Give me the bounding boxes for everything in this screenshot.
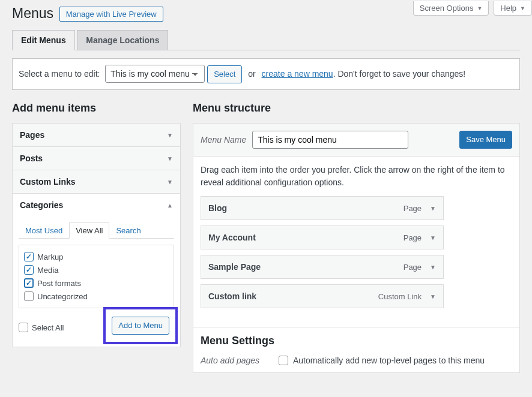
menu-select[interactable]: This is my cool menu — [105, 65, 205, 83]
tab-manage-locations[interactable]: Manage Locations — [77, 30, 168, 50]
add-items-accordion: Pages ▼ Posts ▼ Custom Links ▼ — [12, 123, 181, 347]
caret-down-icon[interactable]: ▼ — [430, 293, 436, 300]
add-to-menu-button[interactable]: Add to Menu — [112, 317, 169, 335]
caret-down-icon[interactable]: ▼ — [430, 205, 436, 212]
menu-item-type: Custom Link — [378, 292, 422, 301]
menu-name-label: Menu Name — [201, 135, 246, 145]
menu-selector-bar: Select a menu to edit: This is my cool m… — [12, 58, 520, 90]
caret-down-icon: ▼ — [520, 5, 525, 11]
accordion-categories[interactable]: Categories ▲ — [13, 194, 180, 216]
tab-edit-menus[interactable]: Edit Menus — [12, 30, 75, 50]
select-all-checkbox[interactable] — [19, 323, 28, 332]
screen-options-button[interactable]: Screen Options ▼ — [413, 1, 489, 16]
tab-most-used[interactable]: Most Used — [19, 222, 69, 239]
help-button[interactable]: Help ▼ — [494, 1, 532, 16]
menu-item-type: Page — [404, 204, 422, 213]
category-item[interactable]: Post formats — [24, 276, 169, 290]
menu-settings-heading: Menu Settings — [201, 335, 512, 347]
accordion-pages[interactable]: Pages ▼ — [13, 124, 180, 146]
or-text: or — [248, 69, 255, 79]
accordion-custom-links[interactable]: Custom Links ▼ — [13, 170, 180, 193]
caret-down-icon[interactable]: ▼ — [430, 264, 436, 270]
menu-item[interactable]: Custom linkCustom Link▼ — [201, 284, 444, 308]
category-checkbox[interactable] — [24, 278, 34, 288]
auto-add-label: Auto add pages — [201, 356, 261, 365]
tab-view-all[interactable]: View All — [69, 222, 109, 239]
category-checkbox[interactable] — [24, 252, 34, 261]
add-items-heading: Add menu items — [12, 102, 181, 115]
auto-add-checkbox[interactable] — [279, 356, 288, 365]
save-menu-button[interactable]: Save Menu — [459, 131, 512, 149]
category-checkbox[interactable] — [24, 265, 34, 275]
menu-item[interactable]: Sample PagePage▼ — [201, 255, 444, 279]
screen-options-label: Screen Options — [420, 4, 474, 13]
caret-down-icon: ▼ — [477, 5, 482, 11]
menu-item-title: Blog — [208, 203, 404, 213]
help-label: Help — [500, 4, 516, 13]
page-title: Menus — [12, 0, 53, 24]
category-item[interactable]: Media — [24, 263, 169, 276]
category-item[interactable]: Uncategorized — [24, 290, 169, 303]
category-label: Post formats — [37, 279, 81, 288]
caret-down-icon: ▼ — [167, 179, 173, 185]
create-menu-link[interactable]: create a new menu — [262, 69, 333, 79]
category-checkbox[interactable] — [24, 291, 34, 301]
menu-edit-panel: Menu Name Save Menu Drag each item into … — [193, 123, 520, 373]
menu-item-type: Page — [404, 233, 422, 242]
menu-structure-heading: Menu structure — [193, 102, 520, 115]
menu-name-input[interactable] — [252, 131, 408, 149]
nav-tabs: Edit Menus Manage Locations — [12, 30, 520, 50]
live-preview-button[interactable]: Manage with Live Preview — [59, 7, 163, 22]
tab-search[interactable]: Search — [109, 222, 147, 239]
menu-item-title: My Account — [208, 233, 404, 242]
category-item[interactable]: Markup — [24, 250, 169, 263]
caret-down-icon: ▼ — [167, 132, 173, 139]
caret-down-icon[interactable]: ▼ — [430, 234, 436, 241]
menu-item-title: Custom link — [208, 291, 378, 301]
select-menu-label: Select a menu to edit: — [19, 69, 100, 79]
highlight-box: Add to Menu — [103, 307, 178, 344]
select-all-label[interactable]: Select All — [19, 321, 64, 334]
auto-add-option[interactable]: Automatically add new top-level pages to… — [279, 356, 485, 365]
caret-up-icon: ▲ — [167, 202, 173, 209]
menu-item-type: Page — [404, 263, 422, 272]
menu-item[interactable]: BlogPage▼ — [201, 196, 444, 220]
reminder-text: . Don't forget to save your changes! — [333, 69, 466, 79]
select-button[interactable]: Select — [207, 65, 242, 83]
categories-panel: Most Used View All Search MarkupMediaPos… — [13, 216, 180, 347]
menu-item[interactable]: My AccountPage▼ — [201, 225, 444, 249]
drag-instructions: Drag each item into the order you prefer… — [193, 157, 519, 196]
accordion-posts[interactable]: Posts ▼ — [13, 147, 180, 170]
category-label: Uncategorized — [37, 292, 88, 301]
menu-item-title: Sample Page — [208, 262, 404, 272]
category-label: Media — [37, 266, 58, 275]
caret-down-icon: ▼ — [167, 155, 173, 162]
category-label: Markup — [37, 252, 63, 261]
